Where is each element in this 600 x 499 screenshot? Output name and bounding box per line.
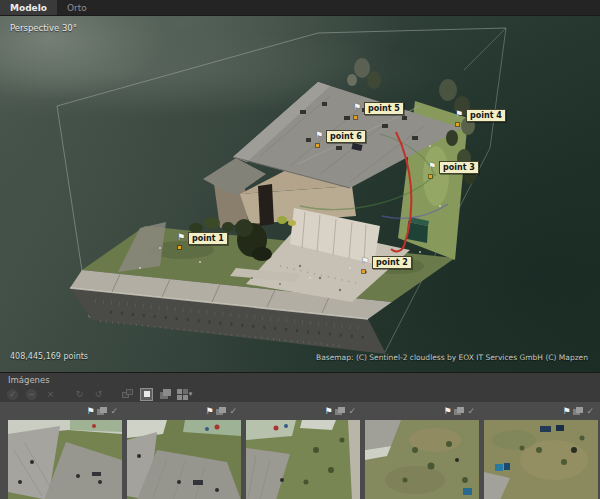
marker-dot-icon xyxy=(178,246,181,249)
photo-cell: ⚑ ✓ xyxy=(8,402,122,499)
chevron-down-icon: ▾ xyxy=(189,388,193,401)
photo-status-icons: ⚑ ✓ xyxy=(8,402,122,420)
point-label: point 1 xyxy=(188,232,228,245)
point-marker[interactable]: ⚑ point 6 xyxy=(315,131,366,143)
check-icon[interactable]: ✓ xyxy=(467,406,475,416)
grid-view-button[interactable]: ▾ xyxy=(178,388,191,401)
point-marker[interactable]: ⚑ point 1 xyxy=(177,233,228,245)
images-panel-title: Imágenes xyxy=(0,373,600,386)
view-tabbar: Modelo Orto xyxy=(0,0,600,16)
point-label: point 3 xyxy=(439,161,479,174)
point-marker[interactable]: ⚑ point 4 xyxy=(455,110,506,122)
point-cloud-scene xyxy=(0,16,600,372)
marker-dot-icon xyxy=(316,144,319,147)
disable-images-button[interactable]: − xyxy=(25,388,38,401)
tab-orto[interactable]: Orto xyxy=(57,0,97,15)
rotate-right-button[interactable]: ↻ xyxy=(73,388,86,401)
point-label: point 6 xyxy=(326,130,366,143)
frames-icon xyxy=(122,389,134,399)
photo-status-icons: ⚑ ✓ xyxy=(127,402,241,420)
check-circle-icon: ✓ xyxy=(7,389,18,400)
aerial-photo-thumbnail[interactable] xyxy=(127,420,241,499)
photo-cell: ⚑ ✓ xyxy=(484,402,598,499)
photo-cell: ⚑ ✓ xyxy=(246,402,360,499)
layers-icon[interactable] xyxy=(454,407,464,416)
layers-icon[interactable] xyxy=(216,407,226,416)
marker-dot-icon xyxy=(429,175,432,178)
minus-circle-icon: − xyxy=(26,389,37,400)
marker-dot-icon xyxy=(362,270,365,273)
photo-cell: ⚑ ✓ xyxy=(365,402,479,499)
photo-status-icons: ⚑ ✓ xyxy=(484,402,598,420)
preview-mode-button[interactable] xyxy=(140,388,153,401)
tab-modelo[interactable]: Modelo xyxy=(0,0,57,15)
check-icon[interactable]: ✓ xyxy=(348,406,356,416)
flag-icon: ⚑ xyxy=(177,233,185,242)
flag-icon[interactable]: ⚑ xyxy=(562,406,570,416)
marker-dot-icon xyxy=(456,123,459,126)
check-icon[interactable]: ✓ xyxy=(110,406,118,416)
aerial-photo-thumbnail[interactable] xyxy=(246,420,360,499)
remove-images-button[interactable]: × xyxy=(44,388,57,401)
layers-icon[interactable] xyxy=(97,407,107,416)
point-marker[interactable]: ⚑ point 5 xyxy=(353,103,404,115)
flag-icon: ⚑ xyxy=(353,103,361,112)
marker-dot-icon xyxy=(354,116,357,119)
flag-icon[interactable]: ⚑ xyxy=(86,406,94,416)
photo-status-icons: ⚑ ✓ xyxy=(246,402,360,420)
flag-icon: ⚑ xyxy=(428,162,436,171)
point-marker[interactable]: ⚑ point 2 xyxy=(361,257,412,269)
filter-images-button[interactable] xyxy=(121,388,134,401)
flag-icon: ⚑ xyxy=(361,257,369,266)
preview-square-icon xyxy=(140,388,153,401)
point-label: point 5 xyxy=(364,102,404,115)
thumbnail-strip[interactable]: ⚑ ✓ xyxy=(0,402,600,499)
point-count-label: 408,445,169 points xyxy=(10,352,88,361)
flag-icon: ⚑ xyxy=(455,110,463,119)
layers-icon[interactable] xyxy=(335,407,345,416)
enable-images-button[interactable]: ✓ xyxy=(6,388,19,401)
application-window: Modelo Orto xyxy=(0,0,600,499)
check-icon[interactable]: ✓ xyxy=(586,406,594,416)
layers-icon xyxy=(160,389,172,400)
stack-view-button[interactable] xyxy=(159,388,172,401)
images-toolbar: ✓ − × ↻ ↺ ▾ xyxy=(0,386,600,402)
images-panel: Imágenes ✓ − × ↻ ↺ ▾ ⚑ ✓ xyxy=(0,372,600,499)
aerial-photo-thumbnail[interactable] xyxy=(365,420,479,499)
aerial-photo-thumbnail[interactable] xyxy=(484,420,598,499)
basemap-attribution: Basemap: (C) Sentinel-2 cloudless by EOX… xyxy=(316,353,588,362)
point-label: point 4 xyxy=(466,109,506,122)
point-label: point 2 xyxy=(372,256,412,269)
aerial-photo-thumbnail[interactable] xyxy=(8,420,122,499)
flag-icon: ⚑ xyxy=(315,131,323,140)
model-viewport[interactable]: Perspective 30° 408,445,169 points Basem… xyxy=(0,16,600,372)
point-marker[interactable]: ⚑ point 3 xyxy=(428,162,479,174)
grid-icon xyxy=(177,389,188,400)
photo-cell: ⚑ ✓ xyxy=(127,402,241,499)
rotate-left-button[interactable]: ↺ xyxy=(92,388,105,401)
layers-icon[interactable] xyxy=(573,407,583,416)
view-mode-label: Perspective 30° xyxy=(10,23,77,33)
photo-status-icons: ⚑ ✓ xyxy=(365,402,479,420)
flag-icon[interactable]: ⚑ xyxy=(324,406,332,416)
flag-icon[interactable]: ⚑ xyxy=(205,406,213,416)
check-icon[interactable]: ✓ xyxy=(229,406,237,416)
flag-icon[interactable]: ⚑ xyxy=(443,406,451,416)
